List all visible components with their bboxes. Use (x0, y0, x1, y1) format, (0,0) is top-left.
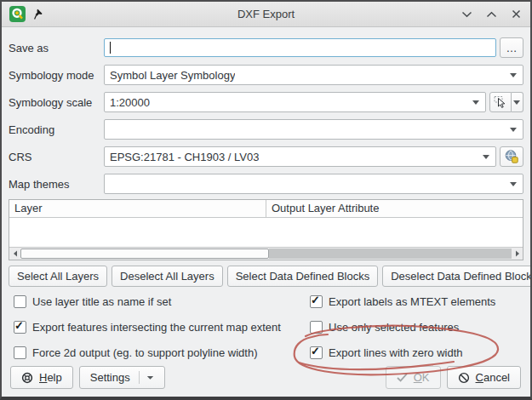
checkbox-label: Export labels as MTEXT elements (329, 295, 495, 308)
crs-select[interactable]: EPSG:21781 - CH1903 / LV03 (104, 146, 496, 167)
maximize-window-icon[interactable] (484, 8, 498, 21)
save-as-input[interactable] (104, 38, 496, 57)
chevron-down-icon (513, 100, 520, 105)
encoding-row: Encoding (9, 119, 523, 140)
chevron-down-icon (146, 375, 154, 380)
scroll-left-icon[interactable] (9, 248, 20, 260)
encoding-select[interactable] (104, 119, 523, 140)
deselect-all-layers-button[interactable]: Deselect All Layers (112, 266, 223, 287)
checkbox-export-features-intersecting-extent[interactable]: Export features intersecting the current… (14, 320, 310, 334)
options-checkboxes: Use layer title as name if set Export fe… (14, 294, 523, 359)
settings-button[interactable]: Settings (79, 366, 165, 389)
scroll-right-icon[interactable] (512, 248, 523, 260)
checkbox-use-layer-title[interactable]: Use layer title as name if set (14, 294, 310, 308)
check-icon (397, 373, 408, 382)
horizontal-scrollbar[interactable] (9, 247, 523, 260)
dialog-title: DXF Export (2, 8, 530, 20)
set-scale-from-extent-button[interactable] (489, 92, 512, 112)
chevron-down-icon (510, 182, 517, 186)
close-window-icon[interactable] (509, 8, 523, 21)
checkbox-force-2d-output[interactable]: Force 2d output (eg. to support polyline… (14, 346, 310, 359)
layer-selection-buttons: Select All Layers Deselect All Layers Se… (9, 266, 523, 287)
symbology-scale-row: Symbology scale 1:20000 (9, 92, 523, 112)
checkbox-label: Use layer title as name if set (32, 295, 171, 308)
save-as-row: Save as … (9, 37, 523, 58)
dialog-footer: Help Settings OK Cancel (10, 366, 521, 389)
save-as-label: Save as (9, 42, 104, 54)
column-header-layer[interactable]: Layer (9, 200, 266, 217)
map-themes-label: Map themes (9, 178, 104, 191)
crs-label: CRS (9, 151, 104, 163)
qgis-logo-icon (9, 6, 26, 22)
title-bar: DXF Export (2, 2, 530, 27)
symbology-mode-row: Symbology mode Symbol Layer Symbology (9, 65, 523, 85)
column-header-output-layer-attribute[interactable]: Output Layer Attribute (266, 200, 523, 217)
shade-window-icon[interactable] (460, 8, 473, 21)
deselect-data-defined-blocks-button[interactable]: Deselect Data Defined Blocks (382, 266, 532, 287)
checkbox-use-only-selected-features[interactable]: Use only selected features (310, 320, 523, 334)
scrollbar-track[interactable] (269, 249, 512, 259)
cancel-icon (458, 372, 470, 384)
symbology-scale-label: Symbology scale (9, 96, 104, 109)
checkbox-label: Export lines with zero width (329, 346, 463, 359)
select-all-layers-button[interactable]: Select All Layers (9, 266, 107, 287)
crs-globe-icon (504, 149, 519, 164)
chevron-down-icon (510, 128, 517, 132)
browse-button[interactable]: … (500, 37, 523, 58)
cancel-button[interactable]: Cancel (447, 366, 521, 389)
encoding-label: Encoding (9, 123, 104, 136)
checkbox-label: Export features intersecting the current… (32, 321, 281, 334)
checkbox-label: Force 2d output (eg. to support polyline… (32, 346, 257, 359)
map-themes-select[interactable] (104, 174, 523, 194)
scrollbar-thumb[interactable] (20, 249, 269, 259)
symbology-mode-label: Symbology mode (9, 69, 104, 82)
checkbox-label: Use only selected features (329, 321, 459, 334)
chevron-down-icon (472, 100, 479, 105)
crs-row: CRS EPSG:21781 - CH1903 / LV03 (9, 146, 523, 167)
symbology-mode-select[interactable]: Symbol Layer Symbology (104, 65, 523, 85)
checkbox-box[interactable] (14, 321, 26, 334)
checkbox-export-labels-mtext[interactable]: Export labels as MTEXT elements (310, 294, 523, 308)
pin-icon[interactable] (34, 9, 45, 20)
symbology-scale-select[interactable]: 1:20000 (104, 92, 486, 112)
lifebuoy-help-icon (21, 372, 33, 384)
checkbox-box[interactable] (14, 346, 26, 359)
chevron-down-icon (483, 155, 489, 159)
layers-table[interactable]: Layer Output Layer Attribute (9, 199, 523, 260)
checkbox-box[interactable] (310, 346, 323, 359)
checkbox-export-lines-zero-width[interactable]: Export lines with zero width (310, 346, 523, 359)
export-form: Save as … Symbology mode Symbol Layer Sy… (9, 37, 523, 201)
map-extent-cursor-icon (494, 95, 507, 109)
checkbox-box[interactable] (14, 295, 26, 308)
map-themes-row: Map themes (9, 174, 523, 194)
select-crs-button[interactable] (500, 146, 523, 167)
checkbox-box[interactable] (310, 321, 323, 334)
chevron-down-icon (510, 73, 517, 77)
help-button[interactable]: Help (10, 366, 73, 389)
select-data-defined-blocks-button[interactable]: Select Data Defined Blocks (227, 266, 379, 287)
table-header: Layer Output Layer Attribute (9, 200, 523, 218)
table-body-empty[interactable] (9, 218, 523, 247)
scale-options-dropdown-button[interactable] (512, 92, 523, 112)
ok-button[interactable]: OK (386, 366, 441, 389)
text-caret (110, 42, 111, 54)
checkbox-box[interactable] (310, 295, 323, 308)
dxf-export-dialog: DXF Export Save as … (0, 0, 532, 400)
